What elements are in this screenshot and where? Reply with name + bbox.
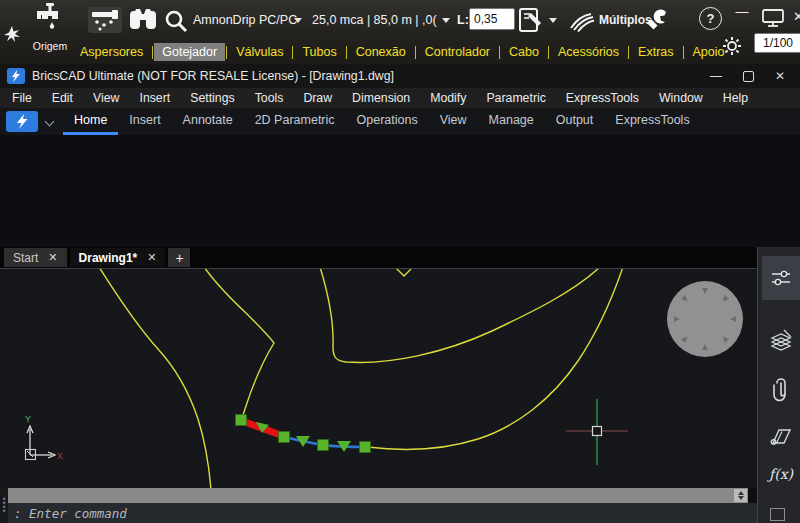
ribbon-tab-operations[interactable]: Operations: [346, 108, 429, 135]
crosshair-cursor: [566, 399, 628, 465]
field-boundary-lines[interactable]: [99, 269, 623, 488]
l-label: L:: [457, 13, 469, 27]
paperclip-icon: [770, 377, 792, 403]
menu-draw[interactable]: Draw: [293, 91, 342, 105]
menubar: File Edit View Insert Settings Tools Dra…: [0, 88, 800, 108]
menu-parametric[interactable]: Parametric: [476, 91, 555, 105]
plugin-tab-conexao[interactable]: Conexão: [348, 43, 414, 61]
scroll-down-icon[interactable]: [738, 496, 744, 500]
flow-readout[interactable]: 25,0 mca | 85,0 m | ,0(: [312, 13, 437, 27]
new-document-tab-button[interactable]: +: [168, 248, 190, 267]
scroll-up-icon[interactable]: [738, 491, 744, 495]
command-history-scroll-spinner[interactable]: [734, 489, 747, 502]
ribbon-tab-insert[interactable]: Insert: [118, 108, 171, 135]
navigation-ball[interactable]: [667, 281, 743, 357]
menu-view[interactable]: View: [83, 91, 129, 105]
sliders-icon: [770, 267, 792, 289]
drawing-canvas[interactable]: Y X: [0, 268, 757, 488]
ribbon-tab-2d-parametric[interactable]: 2D Parametric: [244, 108, 346, 135]
menu-insert[interactable]: Insert: [129, 91, 180, 105]
window-title: BricsCAD Ultimate (NOT FOR RESALE Licens…: [32, 69, 394, 83]
command-prompt[interactable]: : Enter command: [14, 506, 127, 521]
ribbon-tab-row: Home Insert Annotate 2D Parametric Opera…: [0, 108, 800, 135]
menu-dimension[interactable]: Dimension: [342, 91, 420, 105]
command-input-row[interactable]: : Enter command: [8, 503, 757, 523]
bricscad-logo: [7, 68, 25, 84]
command-history-bar[interactable]: [8, 488, 748, 503]
doc-tab-drawing1-close-icon[interactable]: ✕: [147, 251, 156, 264]
device-caret-icon[interactable]: [294, 18, 302, 23]
ribbon-body: •••• Line Polyline Circle Arc: [0, 135, 800, 247]
fx-label: ƒ(x): [769, 466, 793, 482]
ribbon-tab-output[interactable]: Output: [545, 108, 605, 135]
plugin-tab-aspersores[interactable]: Aspersores: [72, 43, 151, 61]
dripper-icon[interactable]: [88, 7, 122, 33]
plugin-tab-gotejador[interactable]: Gotejador: [154, 43, 225, 61]
render-sheet-icon: [768, 424, 794, 448]
help-icon[interactable]: ?: [699, 7, 722, 30]
monitor-icon[interactable]: [761, 8, 785, 28]
ribbon-tab-home[interactable]: Home: [63, 108, 118, 135]
menu-help[interactable]: Help: [713, 91, 758, 105]
expressions-panel-button[interactable]: ƒ(x): [762, 452, 800, 496]
ribbon-tab-view[interactable]: View: [429, 108, 478, 135]
gear-icon[interactable]: [722, 36, 742, 56]
ucs-icon: Y X: [25, 414, 63, 461]
doc-tab-start[interactable]: Start ✕: [4, 248, 67, 267]
titlebar: BricsCAD Ultimate (NOT FOR RESALE Licens…: [0, 64, 800, 88]
notebook-caret-icon[interactable]: [549, 18, 557, 23]
doc-tab-drawing1[interactable]: Drawing1* ✕: [70, 248, 166, 267]
plugin-tab-extras[interactable]: Extras: [630, 43, 681, 61]
app-button[interactable]: [6, 111, 38, 132]
window-restore-button[interactable]: [732, 64, 764, 88]
notebook-pencil-icon[interactable]: [516, 6, 544, 34]
plugin-tab-acessorios[interactable]: Acessórios: [550, 43, 627, 61]
menu-window[interactable]: Window: [649, 91, 713, 105]
attachments-panel-button[interactable]: [762, 368, 800, 412]
origem-label: Origem: [24, 40, 76, 52]
search-tool-icon[interactable]: [163, 9, 189, 33]
menu-modify[interactable]: Modify: [420, 91, 476, 105]
plugin-tab-cabo[interactable]: Cabo: [501, 43, 547, 61]
menu-expresstools[interactable]: ExpressTools: [556, 91, 649, 105]
properties-panel-button[interactable]: [762, 256, 800, 300]
plugin-tab-tubos[interactable]: Tubos: [294, 43, 344, 61]
l-value-input[interactable]: [469, 8, 515, 30]
menu-tools[interactable]: Tools: [245, 91, 294, 105]
ribbon-tab-manage[interactable]: Manage: [478, 108, 545, 135]
spark-icon[interactable]: [3, 25, 21, 43]
ucs-y-label: Y: [25, 414, 31, 424]
multiplos-icon[interactable]: [567, 10, 595, 32]
window-minimize-button[interactable]: —: [700, 64, 732, 88]
ucs-x-label: X: [57, 451, 63, 461]
command-bar-grip[interactable]: ••••: [0, 487, 8, 523]
plugin-minimize-icon[interactable]: —: [733, 4, 751, 24]
menu-edit[interactable]: Edit: [42, 91, 83, 105]
plugin-tab-controlador[interactable]: Controlador: [417, 43, 498, 61]
layers-panel-button[interactable]: [762, 318, 800, 362]
wrench-icon[interactable]: [642, 7, 668, 33]
layers-panel-icon: [769, 328, 793, 352]
faucet-origem-icon[interactable]: [32, 2, 66, 38]
bricscad-window: Origem AmnonDrip PC/PC 25,0 mca | 85,0 m…: [0, 0, 800, 523]
flow-caret-icon[interactable]: [442, 18, 450, 23]
scale-input[interactable]: [754, 33, 800, 53]
menu-file[interactable]: File: [2, 91, 42, 105]
plugin-toolbar: Origem AmnonDrip PC/PC 25,0 mca | 85,0 m…: [0, 0, 800, 64]
window-close-button[interactable]: ✕: [764, 64, 796, 88]
plugin-tab-strip: Aspersores Gotejador Válvulas Tubos Cone…: [72, 42, 733, 62]
ribbon-tab-expresstools[interactable]: ExpressTools: [604, 108, 700, 135]
ribbon-tab-annotate[interactable]: Annotate: [172, 108, 244, 135]
device-selector[interactable]: AmnonDrip PC/PC: [193, 13, 297, 27]
menu-settings[interactable]: Settings: [180, 91, 244, 105]
app-menu-chevron-icon[interactable]: [45, 117, 55, 127]
document-tab-bar: Start ✕ Drawing1* ✕ +: [0, 247, 761, 268]
doc-tab-start-close-icon[interactable]: ✕: [48, 251, 57, 264]
partial-panel-icon[interactable]: [770, 508, 785, 521]
binoculars-icon[interactable]: [128, 8, 158, 32]
plugin-tab-valvulas[interactable]: Válvulas: [228, 43, 291, 61]
plugin-close-icon[interactable]: ✕: [793, 9, 800, 24]
